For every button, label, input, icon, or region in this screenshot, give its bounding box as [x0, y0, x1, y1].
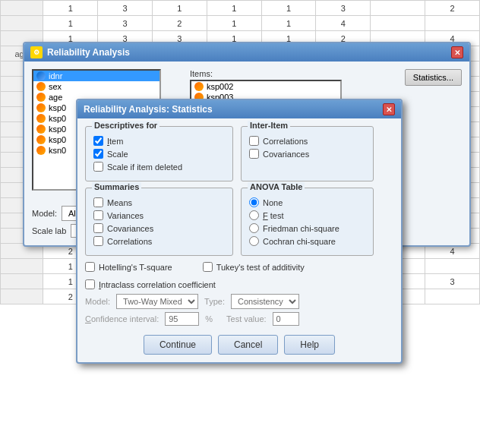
items-list-item-ksp002[interactable]: ksp002 [191, 81, 340, 92]
scale-deleted-checkbox-row: Scale if item deleted [93, 162, 225, 172]
icc-checkbox[interactable] [85, 279, 95, 289]
hotelling-checkbox-row: Hotelling's T-square [85, 262, 172, 272]
continue-button[interactable]: Continue [144, 335, 212, 355]
descriptives-group: Descriptives for Item Scale Scale if ite… [85, 126, 233, 181]
scale-deleted-checkbox[interactable] [93, 162, 103, 172]
covariances-label: Covariances [263, 150, 309, 159]
cochran-radio[interactable] [249, 236, 259, 246]
stats-top-row: Descriptives for Item Scale Scale if ite… [85, 126, 393, 181]
ci-input[interactable] [165, 312, 199, 326]
friedman-radio-row: Friedman chi-square [249, 223, 365, 233]
item-checkbox-row: Item [93, 136, 225, 146]
cochran-radio-row: Cochran chi-square [249, 236, 365, 246]
variances-label: Variances [107, 211, 144, 220]
help-button[interactable]: Help [284, 335, 335, 355]
tukey-checkbox-row: Tukey's test of additivity [203, 262, 305, 272]
anova-content: None F test Friedman chi-square Cochran … [249, 194, 365, 246]
correlations-checkbox-row: Correlations [249, 136, 365, 146]
means-checkbox[interactable] [93, 197, 103, 207]
cov-label: Covariances [107, 224, 153, 233]
ftest-radio[interactable] [249, 210, 259, 220]
stats-extra-row: Hotelling's T-square Tukey's test of add… [85, 262, 393, 275]
statistics-button[interactable]: Statistics... [405, 69, 462, 86]
model-params-combo[interactable]: Two-Way Mixed [116, 294, 198, 309]
friedman-label: Friedman chi-square [263, 224, 339, 233]
statistics-dialog: Reliability Analysis: Statistics ✕ Descr… [76, 99, 403, 364]
scale-checkbox[interactable] [93, 149, 103, 159]
tukey-label: Tukey's test of additivity [216, 263, 305, 272]
test-value-input[interactable] [273, 312, 299, 326]
stats-body: Descriptives for Item Scale Scale if ite… [77, 118, 401, 362]
correlations-checkbox[interactable] [249, 136, 259, 146]
summaries-content: Means Variances Covariances Correlations [93, 194, 225, 246]
stats-close-button[interactable]: ✕ [383, 103, 395, 115]
summaries-group: Summaries Means Variances Covariances [85, 188, 233, 256]
summaries-title: Summaries [92, 182, 141, 191]
descriptives-title: Descriptives for [92, 121, 159, 130]
scale-label: Scale lab [32, 226, 66, 235]
list-item-sex[interactable]: sex [33, 81, 159, 92]
scale-icon [36, 146, 46, 155]
corr-checkbox[interactable] [93, 236, 103, 246]
test-value-label: Test value: [226, 314, 267, 323]
scale-checkbox-row: Scale [93, 149, 225, 159]
right-col: Statistics... [405, 69, 462, 86]
model-label: Model: [32, 209, 57, 218]
covariances-checkbox[interactable] [249, 149, 259, 159]
stats-buttons-row: Continue Cancel Help [85, 335, 393, 355]
cochran-label: Cochran chi-square [263, 237, 336, 246]
ci-label: Confidence interval: [85, 314, 159, 323]
means-label: Means [107, 198, 132, 207]
scale-icon [36, 103, 46, 112]
stats-ci-row: Confidence interval: % Test value: [85, 312, 393, 326]
item-checkbox[interactable] [93, 136, 103, 146]
descriptives-content: Item Scale Scale if item deleted [93, 133, 225, 172]
scale-icon [36, 114, 46, 123]
scale-icon [36, 93, 46, 102]
scale-icon [194, 82, 204, 91]
stats-title: Reliability Analysis: Statistics [84, 104, 213, 115]
means-checkbox-row: Means [93, 197, 225, 207]
cov-checkbox-row: Covariances [93, 223, 225, 233]
scale-icon [36, 82, 46, 91]
anova-title: ANOVA Table [248, 182, 305, 191]
ci-pct: % [205, 314, 213, 323]
tukey-checkbox[interactable] [203, 262, 213, 272]
scale-deleted-label: Scale if item deleted [107, 162, 182, 172]
icc-checkbox-row: Intraclass correlation coefficient [85, 279, 393, 289]
cancel-button[interactable]: Cancel [218, 335, 278, 355]
scale-icon [36, 135, 46, 144]
variances-checkbox-row: Variances [93, 210, 225, 220]
type-label: Type: [204, 297, 225, 306]
interitem-content: Correlations Covariances [249, 133, 365, 159]
hotelling-checkbox[interactable] [85, 262, 95, 272]
reliability-titlebar: ⚙ Reliability Analysis ✕ [24, 43, 469, 62]
type-combo[interactable]: Consistency [231, 294, 299, 309]
scale-checkbox-label: Scale [107, 150, 128, 159]
titlebar-left: ⚙ Reliability Analysis [30, 46, 130, 58]
ftest-radio-row: F test [249, 210, 365, 220]
model-params-label: Model: [85, 297, 110, 306]
anova-group: ANOVA Table None F test Friedman chi-squ… [241, 188, 374, 256]
stats-middle-row: Summaries Means Variances Covariances [85, 188, 393, 256]
covariances-checkbox-row: Covariances [249, 149, 365, 159]
correlations-label: Correlations [263, 137, 308, 146]
corr-checkbox-row: Correlations [93, 236, 225, 246]
none-radio[interactable] [249, 197, 259, 207]
numeric-icon [36, 71, 46, 80]
list-item-idnr[interactable]: idnr [33, 71, 159, 81]
reliability-close-button[interactable]: ✕ [451, 46, 463, 58]
item-label: Item [107, 137, 123, 146]
icc-row: Intraclass correlation coefficient [85, 279, 393, 289]
interitem-title: Inter-Item [248, 121, 290, 130]
stats-params-row: Model: Two-Way Mixed Type: Consistency [85, 294, 393, 309]
variances-checkbox[interactable] [93, 210, 103, 220]
reliability-title: Reliability Analysis [47, 47, 130, 58]
icc-label: Intraclass correlation coefficient [99, 280, 216, 289]
dialog-icon: ⚙ [30, 46, 43, 58]
none-radio-row: None [249, 197, 365, 207]
none-label: None [263, 198, 283, 207]
cov-checkbox[interactable] [93, 223, 103, 233]
interitem-group: Inter-Item Correlations Covariances [241, 126, 374, 181]
friedman-radio[interactable] [249, 223, 259, 233]
